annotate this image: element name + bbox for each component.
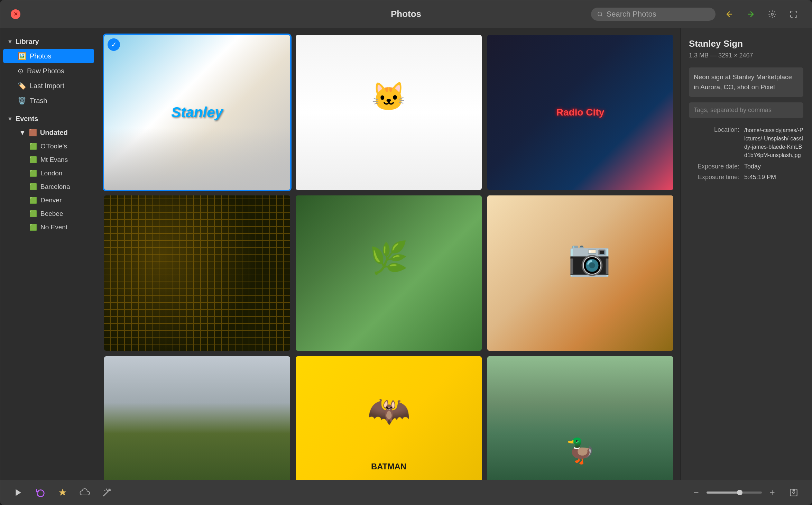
tags-input[interactable]: Tags, separated by commas bbox=[689, 102, 803, 118]
exposure-date-value: Today bbox=[744, 163, 803, 170]
location-value: /home/-cassidyjames/-Pictures/-Unsplash/… bbox=[744, 126, 803, 159]
back-button[interactable] bbox=[722, 7, 737, 22]
exposure-date-row: Exposure date: Today bbox=[689, 163, 803, 170]
play-icon bbox=[14, 488, 23, 497]
zoom-slider-thumb bbox=[737, 490, 742, 495]
fullscreen-button[interactable] bbox=[786, 7, 801, 22]
no-event-label: No Event bbox=[40, 223, 67, 231]
last-import-icon: 🏷️ bbox=[18, 82, 26, 90]
enhance-button[interactable] bbox=[55, 485, 70, 500]
svg-point-2 bbox=[771, 13, 773, 15]
exposure-time-value: 5:45:19 PM bbox=[744, 174, 803, 181]
last-import-label: Last Import bbox=[30, 82, 64, 90]
sidebar-item-otooles[interactable]: 🟩 O'Toole's bbox=[11, 140, 94, 153]
export-button[interactable] bbox=[786, 485, 801, 500]
no-event-icon: 🟩 bbox=[29, 223, 37, 231]
photo-forest[interactable] bbox=[104, 356, 290, 480]
zoom-slider[interactable] bbox=[707, 492, 762, 494]
undated-label: Undated bbox=[40, 129, 68, 137]
sidebar: ▼ Library 🖼️ Photos ⊙ Raw Photos 🏷️ Last… bbox=[0, 28, 97, 480]
photo-lens[interactable] bbox=[487, 195, 673, 350]
undated-header[interactable]: ▼ 🟫 Undated bbox=[9, 126, 97, 139]
detail-panel: Stanley Sign 1.3 MB — 3291 × 2467 Neon s… bbox=[680, 28, 812, 480]
library-label: Library bbox=[16, 38, 39, 46]
back-icon bbox=[725, 10, 733, 18]
search-input[interactable] bbox=[607, 10, 709, 19]
photo-batman[interactable] bbox=[296, 356, 482, 480]
sidebar-item-barcelona[interactable]: 🟩 Barcelona bbox=[11, 180, 94, 193]
exposure-date-label: Exposure date: bbox=[689, 163, 744, 170]
sidebar-item-raw-photos[interactable]: ⊙ Raw Photos bbox=[3, 64, 94, 78]
fullscreen-icon bbox=[790, 10, 798, 18]
library-chevron: ▼ bbox=[7, 39, 13, 45]
export-icon bbox=[789, 488, 798, 497]
trash-label: Trash bbox=[30, 97, 47, 105]
wand-button[interactable] bbox=[99, 485, 114, 500]
location-row: Location: /home/-cassidyjames/-Pictures/… bbox=[689, 126, 803, 159]
denver-icon: 🟩 bbox=[29, 196, 37, 204]
svg-rect-5 bbox=[694, 492, 698, 493]
events-label: Events bbox=[16, 115, 38, 123]
sidebar-item-mt-evans[interactable]: 🟩 Mt Evans bbox=[11, 153, 94, 166]
beebee-icon: 🟩 bbox=[29, 210, 37, 218]
forward-icon bbox=[747, 10, 755, 18]
sidebar-item-trash[interactable]: 🗑️ Trash bbox=[3, 93, 94, 108]
selection-badge: ✓ bbox=[108, 38, 120, 51]
wand-icon bbox=[102, 488, 111, 497]
location-label: Location: bbox=[689, 126, 744, 159]
sidebar-item-no-event[interactable]: 🟩 No Event bbox=[11, 221, 94, 234]
cloud-button[interactable] bbox=[77, 485, 92, 500]
settings-button[interactable] bbox=[765, 7, 780, 22]
sidebar-item-london[interactable]: 🟩 London bbox=[11, 167, 94, 180]
zoom-minus-icon bbox=[693, 489, 700, 496]
svg-marker-3 bbox=[16, 489, 21, 496]
photo-grid-area: ✓ bbox=[97, 28, 680, 480]
sidebar-item-last-import[interactable]: 🏷️ Last Import bbox=[3, 79, 94, 93]
mt-evans-label: Mt Evans bbox=[40, 156, 68, 164]
zoom-plus-button[interactable] bbox=[766, 486, 778, 499]
gear-icon bbox=[768, 10, 776, 18]
photo-neon[interactable] bbox=[487, 35, 673, 190]
zoom-minus-button[interactable] bbox=[690, 486, 702, 499]
rotate-icon bbox=[36, 488, 45, 497]
zoom-control bbox=[690, 485, 801, 500]
photos-label: Photos bbox=[30, 52, 51, 60]
library-section-header[interactable]: ▼ Library bbox=[0, 35, 97, 48]
rotate-button[interactable] bbox=[33, 485, 48, 500]
sidebar-item-denver[interactable]: 🟩 Denver bbox=[11, 194, 94, 207]
detail-description[interactable]: Neon sign at Stanley Marketplace in Auro… bbox=[689, 67, 803, 97]
beebee-label: Beebee bbox=[40, 210, 63, 218]
enhance-icon bbox=[58, 488, 67, 497]
photo-circuit[interactable] bbox=[104, 195, 290, 350]
search-icon bbox=[597, 11, 603, 17]
photo-stanley[interactable]: ✓ bbox=[104, 35, 290, 190]
titlebar-controls bbox=[591, 7, 801, 22]
sidebar-item-photos[interactable]: 🖼️ Photos bbox=[3, 49, 94, 63]
sidebar-item-beebee[interactable]: 🟩 Beebee bbox=[11, 207, 94, 220]
zoom-plus-icon bbox=[769, 489, 776, 496]
undated-folder-icon: 🟫 bbox=[29, 128, 37, 137]
photos-icon: 🖼️ bbox=[18, 52, 26, 60]
detail-title: Stanley Sign bbox=[689, 38, 803, 49]
london-icon: 🟩 bbox=[29, 169, 37, 177]
svg-rect-7 bbox=[772, 490, 773, 495]
photo-plant[interactable] bbox=[296, 195, 482, 350]
photo-grid: ✓ bbox=[104, 35, 673, 480]
main-layout: ▼ Library 🖼️ Photos ⊙ Raw Photos 🏷️ Last… bbox=[0, 28, 812, 480]
forward-button[interactable] bbox=[743, 7, 758, 22]
bottombar bbox=[0, 480, 812, 505]
search-container bbox=[591, 8, 716, 21]
photo-duck[interactable] bbox=[487, 356, 673, 480]
exposure-time-label: Exposure time: bbox=[689, 174, 744, 181]
otooles-label: O'Toole's bbox=[40, 143, 67, 150]
barcelona-label: Barcelona bbox=[40, 183, 70, 191]
mt-evans-icon: 🟩 bbox=[29, 156, 37, 164]
trash-icon: 🗑️ bbox=[18, 97, 26, 105]
close-button[interactable]: ✕ bbox=[11, 9, 20, 19]
events-section-header[interactable]: ▼ Events bbox=[0, 112, 97, 126]
photo-cat[interactable] bbox=[296, 35, 482, 190]
play-button[interactable] bbox=[11, 485, 26, 500]
svg-point-0 bbox=[598, 12, 602, 16]
window-title: Photos bbox=[391, 9, 421, 19]
exposure-time-row: Exposure time: 5:45:19 PM bbox=[689, 174, 803, 181]
